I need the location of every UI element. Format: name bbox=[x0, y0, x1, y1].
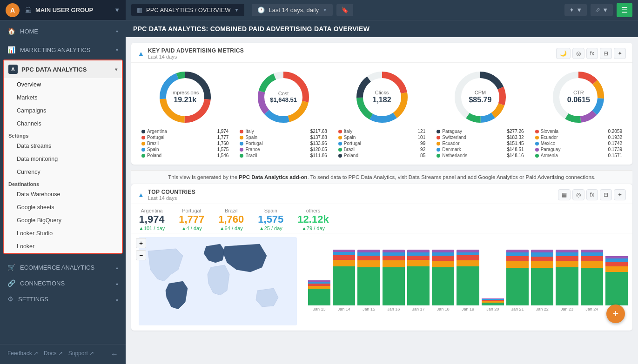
topbar-right: ✦ ▼ ⇗ ▼ ☰ bbox=[564, 3, 632, 17]
tool-star-btn[interactable]: ✦ bbox=[614, 48, 626, 59]
bar-jan15: Jan 15 bbox=[357, 250, 380, 311]
sidebar-item-markets[interactable]: Markets bbox=[4, 91, 122, 104]
stat-argentina: Argentina 1,974 ▲101 / day bbox=[139, 208, 165, 231]
clicks-legend: Italy121 Spain101 Portugal99 Brazil92 Po… bbox=[336, 129, 427, 158]
sidebar-item-googlesheets[interactable]: Google sheets bbox=[4, 201, 122, 214]
ecommerce-icon: 🛒 bbox=[7, 264, 15, 271]
countries-map-chart: + − bbox=[131, 233, 632, 331]
bar-jan16: Jan 16 bbox=[383, 250, 405, 311]
ppc-icon: A bbox=[8, 65, 18, 74]
share-chevron: ▼ bbox=[602, 7, 608, 13]
countries-subtitle: Last 14 days bbox=[148, 195, 195, 201]
bar-jan14: Jan 14 bbox=[333, 250, 355, 311]
ppc-label: PPC DATA ANALYTICS bbox=[21, 66, 87, 73]
countries-fx-btn[interactable]: fx bbox=[586, 189, 598, 200]
metrics-card-header: ▲ KEY PAID ADVERTISING METRICS Last 14 d… bbox=[131, 43, 632, 63]
bar-jan25: Jan 25 bbox=[605, 250, 628, 311]
world-map: + − bbox=[131, 233, 303, 331]
page-title: PPC DATA ANALYTICS: COMBINED PAID ADVERT… bbox=[133, 25, 369, 33]
connections-chevron: ▴ bbox=[116, 281, 118, 286]
tool-filter-btn[interactable]: ⊟ bbox=[600, 48, 612, 59]
filter-button[interactable]: ✦ ▼ bbox=[564, 4, 587, 16]
map-zoom-out[interactable]: − bbox=[136, 250, 146, 260]
bar-jan22: Jan 22 bbox=[531, 250, 553, 311]
metrics-row: Impressions 19.21k Argentina1,974 Portug… bbox=[131, 63, 632, 165]
sidebar-item-bigquery[interactable]: Google BigQuery bbox=[4, 214, 122, 227]
cost-label: Cost $1,648.51 bbox=[270, 91, 297, 104]
impressions-donut: Impressions 19.21k bbox=[157, 69, 213, 125]
connections-icon: 🔗 bbox=[7, 279, 15, 287]
info-bar: This view is generated by the PPC Data A… bbox=[131, 170, 632, 184]
metric-clicks: Clicks 1,182 Italy121 Spain101 Portugal9… bbox=[333, 69, 431, 158]
group-chevron: ▼ bbox=[114, 7, 120, 13]
sidebar-item-ecommerce[interactable]: 🛒 ECOMMERCE ANALYTICS ▴ bbox=[0, 259, 126, 275]
marketing-chevron: ▾ bbox=[116, 47, 118, 53]
sidebar-item-home[interactable]: 🏠 HOME ▾ bbox=[0, 23, 126, 39]
share-button[interactable]: ⇗ ▼ bbox=[591, 4, 613, 16]
sidebar-item-lookerstudio[interactable]: Looker Studio bbox=[4, 227, 122, 240]
tool-fx-btn[interactable]: fx bbox=[586, 48, 598, 59]
nav-home-section: 🏠 HOME ▾ bbox=[0, 20, 126, 42]
sidebar-item-connections[interactable]: 🔗 CONNECTIONS ▴ bbox=[0, 275, 126, 291]
sidebar-item-datawarehouse[interactable]: Data Warehouse bbox=[4, 188, 122, 201]
metrics-tools: 🌙 ◎ fx ⊟ ✦ bbox=[556, 48, 626, 59]
metrics-subtitle: Last 14 days bbox=[148, 54, 244, 60]
countries-circle-btn[interactable]: ◎ bbox=[572, 189, 584, 200]
marketing-icon: 📊 bbox=[7, 46, 15, 53]
chart-bars: Jan 13 Jan 14 bbox=[308, 237, 628, 311]
metrics-icon: ▲ bbox=[138, 50, 144, 57]
bookmark-button[interactable]: 🔖 bbox=[336, 4, 353, 16]
date-selector[interactable]: 🕐 Last 14 days, daily ▼ bbox=[252, 4, 333, 16]
docs-link[interactable]: Docs ↗ bbox=[44, 350, 63, 358]
ppc-header[interactable]: A PPC DATA ANALYTICS ▾ bbox=[4, 60, 122, 78]
sidebar-header[interactable]: A 🏛 MAIN USER GROUP ▼ bbox=[0, 0, 126, 20]
sidebar-item-datamonitoring[interactable]: Data monitoring bbox=[4, 152, 122, 165]
sidebar-item-settings[interactable]: ⚙ SETTINGS ▴ bbox=[0, 291, 126, 307]
bar-jan24: Jan 24 bbox=[581, 250, 603, 311]
bar-jan19: Jan 19 bbox=[457, 250, 479, 311]
countries-filter-btn[interactable]: ⊟ bbox=[600, 189, 612, 200]
bar-jan23: Jan 23 bbox=[556, 250, 578, 311]
sidebar-item-channels[interactable]: Channels bbox=[4, 117, 122, 130]
sidebar-item-looker[interactable]: Looker bbox=[4, 240, 122, 253]
ctr-label: CTR 0.0615 bbox=[567, 90, 590, 104]
cpm-label: CPM $85.79 bbox=[469, 90, 491, 104]
sidebar-footer: Feedback ↗ Docs ↗ Support ↗ ← bbox=[0, 344, 126, 364]
impressions-legend: Argentina1,974 Portugal1,777 Brazil1,760… bbox=[140, 129, 230, 158]
view-label: PPC ANALYTICS / OVERVIEW bbox=[146, 7, 231, 13]
info-text: This view is generated by the PPC Data A… bbox=[168, 174, 596, 180]
feedback-link[interactable]: Feedback ↗ bbox=[7, 350, 38, 358]
map-svg bbox=[139, 237, 297, 325]
countries-bar-btn[interactable]: ▦ bbox=[558, 189, 571, 200]
clicks-label: Clicks 1,182 bbox=[372, 90, 391, 104]
sidebar-back-button[interactable]: ← bbox=[111, 350, 118, 358]
fab-button[interactable]: + bbox=[606, 304, 625, 323]
menu-button[interactable]: ☰ bbox=[617, 3, 632, 17]
view-grid-icon: ▦ bbox=[137, 7, 142, 13]
countries-star-btn[interactable]: ✦ bbox=[614, 189, 626, 200]
sidebar-item-overview[interactable]: Overview bbox=[4, 78, 122, 91]
impressions-label: Impressions 19.21k bbox=[171, 90, 199, 104]
countries-card: ▲ TOP COUNTRIES Last 14 days ▦ ◎ fx ⊟ ✦ … bbox=[131, 184, 632, 331]
tool-circle-btn[interactable]: ◎ bbox=[572, 48, 584, 59]
countries-tools: ▦ ◎ fx ⊟ ✦ bbox=[558, 189, 626, 200]
sidebar-item-campaigns[interactable]: Campaigns bbox=[4, 104, 122, 117]
date-chevron: ▼ bbox=[322, 7, 327, 13]
view-selector[interactable]: ▦ PPC ANALYTICS / OVERVIEW ▼ bbox=[131, 4, 244, 16]
bar-jan20: Jan 20 bbox=[482, 250, 504, 311]
tool-moon-btn[interactable]: 🌙 bbox=[556, 48, 571, 59]
map-zoom-in[interactable]: + bbox=[136, 238, 146, 248]
cost-donut: Cost $1,648.51 bbox=[255, 69, 311, 125]
support-link[interactable]: Support ↗ bbox=[68, 350, 94, 358]
countries-card-header: ▲ TOP COUNTRIES Last 14 days ▦ ◎ fx ⊟ ✦ bbox=[131, 184, 632, 204]
view-chevron: ▼ bbox=[235, 7, 239, 13]
sidebar-item-marketing[interactable]: 📊 MARKETING ANALYTICS ▾ bbox=[0, 42, 126, 58]
sidebar-item-datastreams[interactable]: Data streams bbox=[4, 139, 122, 152]
ppc-section: A PPC DATA ANALYTICS ▾ Overview Markets … bbox=[3, 60, 123, 254]
metric-cost: Cost $1,648.51 Italy$217.68 Spain$137.88… bbox=[234, 69, 332, 158]
bar-jan13: Jan 13 bbox=[308, 250, 330, 311]
settings-section-label: Settings bbox=[4, 130, 122, 139]
bar-jan17: Jan 17 bbox=[407, 250, 430, 311]
metrics-card: ▲ KEY PAID ADVERTISING METRICS Last 14 d… bbox=[131, 43, 632, 165]
sidebar-item-currency[interactable]: Currency bbox=[4, 165, 122, 179]
